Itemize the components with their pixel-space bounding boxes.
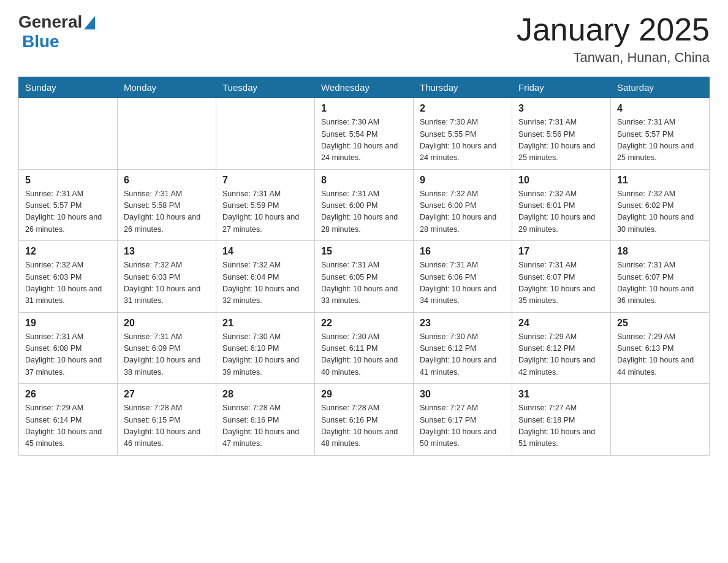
- calendar-row: 19Sunrise: 7:31 AMSunset: 6:08 PMDayligh…: [19, 312, 710, 384]
- table-row: 16Sunrise: 7:31 AMSunset: 6:06 PMDayligh…: [414, 241, 512, 313]
- table-row: 2Sunrise: 7:30 AMSunset: 5:55 PMDaylight…: [414, 98, 512, 170]
- table-row: 22Sunrise: 7:30 AMSunset: 6:11 PMDayligh…: [315, 312, 414, 384]
- day-info: Sunrise: 7:31 AMSunset: 5:56 PMDaylight:…: [518, 117, 604, 164]
- day-info: Sunrise: 7:31 AMSunset: 6:09 PMDaylight:…: [124, 331, 210, 379]
- day-info: Sunrise: 7:28 AMSunset: 6:15 PMDaylight:…: [124, 402, 210, 450]
- day-number: 9: [420, 175, 506, 186]
- day-info: Sunrise: 7:27 AMSunset: 6:17 PMDaylight:…: [420, 402, 506, 450]
- table-row: 31Sunrise: 7:27 AMSunset: 6:18 PMDayligh…: [512, 384, 611, 456]
- table-row: 19Sunrise: 7:31 AMSunset: 6:08 PMDayligh…: [19, 312, 118, 384]
- day-number: 23: [420, 318, 506, 329]
- table-row: 30Sunrise: 7:27 AMSunset: 6:17 PMDayligh…: [414, 384, 512, 456]
- table-row: 13Sunrise: 7:32 AMSunset: 6:03 PMDayligh…: [118, 241, 216, 313]
- day-info: Sunrise: 7:30 AMSunset: 5:54 PMDaylight:…: [321, 117, 407, 164]
- header-friday: Friday: [512, 77, 611, 98]
- table-row: [118, 98, 216, 170]
- table-row: 28Sunrise: 7:28 AMSunset: 6:16 PMDayligh…: [216, 384, 315, 456]
- table-row: 5Sunrise: 7:31 AMSunset: 5:57 PMDaylight…: [19, 169, 118, 241]
- logo-triangle-icon: [84, 16, 95, 29]
- logo-blue-text: Blue: [22, 32, 59, 52]
- page-header: General Blue January 2025 Tanwan, Hunan,…: [18, 12, 710, 66]
- day-number: 7: [222, 175, 308, 186]
- day-number: 18: [617, 246, 703, 257]
- day-number: 22: [321, 318, 407, 329]
- day-number: 16: [420, 246, 506, 257]
- table-row: 18Sunrise: 7:31 AMSunset: 6:07 PMDayligh…: [611, 241, 710, 313]
- calendar-row: 26Sunrise: 7:29 AMSunset: 6:14 PMDayligh…: [19, 384, 710, 456]
- day-info: Sunrise: 7:32 AMSunset: 6:00 PMDaylight:…: [420, 188, 506, 236]
- table-row: 7Sunrise: 7:31 AMSunset: 5:59 PMDaylight…: [216, 169, 315, 241]
- calendar-title: January 2025: [517, 12, 710, 47]
- table-row: 10Sunrise: 7:32 AMSunset: 6:01 PMDayligh…: [512, 169, 611, 241]
- day-info: Sunrise: 7:31 AMSunset: 5:57 PMDaylight:…: [25, 188, 111, 236]
- table-row: 25Sunrise: 7:29 AMSunset: 6:13 PMDayligh…: [611, 312, 710, 384]
- day-info: Sunrise: 7:31 AMSunset: 6:08 PMDaylight:…: [25, 331, 111, 379]
- title-section: January 2025 Tanwan, Hunan, China: [517, 12, 710, 66]
- day-info: Sunrise: 7:31 AMSunset: 6:00 PMDaylight:…: [321, 188, 407, 236]
- day-info: Sunrise: 7:30 AMSunset: 6:11 PMDaylight:…: [321, 331, 407, 379]
- day-info: Sunrise: 7:31 AMSunset: 5:59 PMDaylight:…: [222, 188, 308, 236]
- table-row: 8Sunrise: 7:31 AMSunset: 6:00 PMDaylight…: [315, 169, 414, 241]
- table-row: 14Sunrise: 7:32 AMSunset: 6:04 PMDayligh…: [216, 241, 315, 313]
- day-number: 1: [321, 103, 407, 114]
- day-number: 8: [321, 175, 407, 186]
- day-info: Sunrise: 7:32 AMSunset: 6:03 PMDaylight:…: [25, 259, 111, 307]
- table-row: [19, 98, 118, 170]
- calendar-table: Sunday Monday Tuesday Wednesday Thursday…: [18, 77, 710, 456]
- day-info: Sunrise: 7:31 AMSunset: 6:07 PMDaylight:…: [518, 259, 604, 307]
- day-number: 25: [617, 318, 703, 329]
- table-row: 21Sunrise: 7:30 AMSunset: 6:10 PMDayligh…: [216, 312, 315, 384]
- day-info: Sunrise: 7:31 AMSunset: 6:05 PMDaylight:…: [321, 259, 407, 307]
- table-row: 29Sunrise: 7:28 AMSunset: 6:16 PMDayligh…: [315, 384, 414, 456]
- calendar-header-row: Sunday Monday Tuesday Wednesday Thursday…: [19, 77, 710, 98]
- day-info: Sunrise: 7:31 AMSunset: 6:06 PMDaylight:…: [420, 259, 506, 307]
- day-number: 17: [518, 246, 604, 257]
- calendar-row: 1Sunrise: 7:30 AMSunset: 5:54 PMDaylight…: [19, 98, 710, 170]
- day-number: 10: [518, 175, 604, 186]
- day-number: 26: [25, 389, 111, 400]
- day-info: Sunrise: 7:31 AMSunset: 5:57 PMDaylight:…: [617, 117, 703, 164]
- header-tuesday: Tuesday: [216, 77, 315, 98]
- day-info: Sunrise: 7:27 AMSunset: 6:18 PMDaylight:…: [518, 402, 604, 450]
- day-number: 30: [420, 389, 506, 400]
- day-info: Sunrise: 7:28 AMSunset: 6:16 PMDaylight:…: [222, 402, 308, 450]
- day-info: Sunrise: 7:32 AMSunset: 6:01 PMDaylight:…: [518, 188, 604, 236]
- table-row: [216, 98, 315, 170]
- header-thursday: Thursday: [414, 77, 512, 98]
- day-info: Sunrise: 7:29 AMSunset: 6:14 PMDaylight:…: [25, 402, 111, 450]
- day-info: Sunrise: 7:30 AMSunset: 5:55 PMDaylight:…: [420, 117, 506, 164]
- day-info: Sunrise: 7:31 AMSunset: 6:07 PMDaylight:…: [617, 259, 703, 307]
- table-row: 4Sunrise: 7:31 AMSunset: 5:57 PMDaylight…: [611, 98, 710, 170]
- header-monday: Monday: [118, 77, 216, 98]
- day-info: Sunrise: 7:28 AMSunset: 6:16 PMDaylight:…: [321, 402, 407, 450]
- day-info: Sunrise: 7:32 AMSunset: 6:03 PMDaylight:…: [124, 259, 210, 307]
- day-number: 2: [420, 103, 506, 114]
- day-number: 21: [222, 318, 308, 329]
- day-number: 5: [25, 175, 111, 186]
- day-number: 13: [124, 246, 210, 257]
- day-info: Sunrise: 7:29 AMSunset: 6:12 PMDaylight:…: [518, 331, 604, 379]
- table-row: 23Sunrise: 7:30 AMSunset: 6:12 PMDayligh…: [414, 312, 512, 384]
- table-row: 11Sunrise: 7:32 AMSunset: 6:02 PMDayligh…: [611, 169, 710, 241]
- day-number: 12: [25, 246, 111, 257]
- header-sunday: Sunday: [19, 77, 118, 98]
- table-row: 3Sunrise: 7:31 AMSunset: 5:56 PMDaylight…: [512, 98, 611, 170]
- calendar-row: 12Sunrise: 7:32 AMSunset: 6:03 PMDayligh…: [19, 241, 710, 313]
- day-info: Sunrise: 7:32 AMSunset: 6:04 PMDaylight:…: [222, 259, 308, 307]
- table-row: 26Sunrise: 7:29 AMSunset: 6:14 PMDayligh…: [19, 384, 118, 456]
- day-info: Sunrise: 7:30 AMSunset: 6:10 PMDaylight:…: [222, 331, 308, 379]
- header-wednesday: Wednesday: [315, 77, 414, 98]
- table-row: 6Sunrise: 7:31 AMSunset: 5:58 PMDaylight…: [118, 169, 216, 241]
- table-row: 9Sunrise: 7:32 AMSunset: 6:00 PMDaylight…: [414, 169, 512, 241]
- calendar-row: 5Sunrise: 7:31 AMSunset: 5:57 PMDaylight…: [19, 169, 710, 241]
- header-saturday: Saturday: [611, 77, 710, 98]
- logo: General Blue: [18, 12, 95, 52]
- table-row: 15Sunrise: 7:31 AMSunset: 6:05 PMDayligh…: [315, 241, 414, 313]
- day-number: 3: [518, 103, 604, 114]
- table-row: [611, 384, 710, 456]
- calendar-subtitle: Tanwan, Hunan, China: [517, 50, 710, 66]
- day-number: 20: [124, 318, 210, 329]
- day-info: Sunrise: 7:30 AMSunset: 6:12 PMDaylight:…: [420, 331, 506, 379]
- table-row: 1Sunrise: 7:30 AMSunset: 5:54 PMDaylight…: [315, 98, 414, 170]
- logo-general-text: General: [18, 12, 82, 32]
